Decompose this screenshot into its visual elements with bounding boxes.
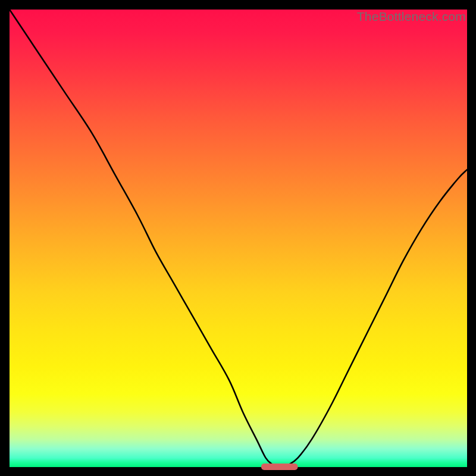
- chart-frame: TheBottleneck.com: [10, 10, 467, 467]
- watermark-text: TheBottleneck.com: [357, 10, 466, 24]
- chart-svg: [10, 10, 467, 467]
- chart-plot-area: TheBottleneck.com: [10, 10, 467, 467]
- curve-group: [10, 10, 467, 470]
- curve-right-branch: [289, 170, 467, 465]
- curve-left-branch: [10, 10, 273, 465]
- minimum-marker: [261, 464, 298, 470]
